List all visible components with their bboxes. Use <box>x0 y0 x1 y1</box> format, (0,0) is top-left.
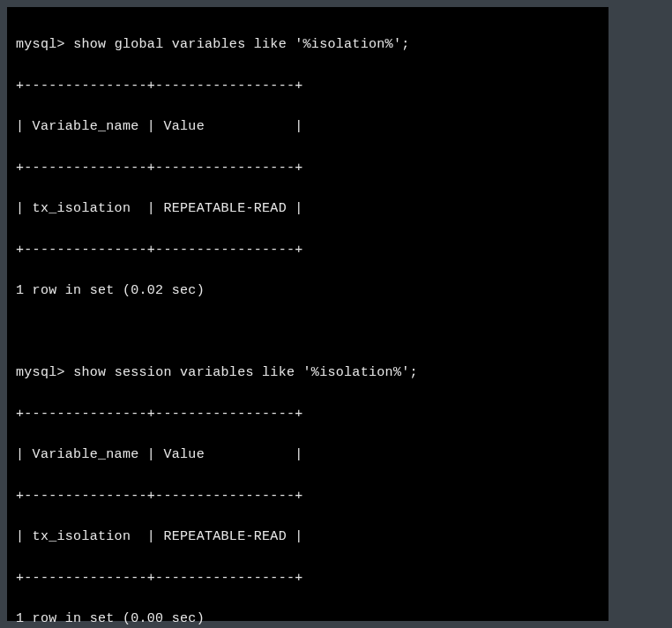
table-row: | tx_isolation | REPEATABLE-READ | <box>16 527 600 547</box>
command-1: show global variables like '%isolation%'… <box>73 37 409 52</box>
result-summary: 1 row in set (0.02 sec) <box>16 280 600 301</box>
result-summary: 1 row in set (0.00 sec) <box>16 609 600 628</box>
mysql-prompt: mysql> <box>16 37 65 52</box>
table-border: +---------------+-----------------+ <box>16 76 600 96</box>
table-header: | Variable_name | Value | <box>16 445 600 465</box>
table-header: | Variable_name | Value | <box>16 116 600 137</box>
table-row: | tx_isolation | REPEATABLE-READ | <box>16 198 600 219</box>
table-border: +---------------+-----------------+ <box>16 568 600 588</box>
table-border: +---------------+-----------------+ <box>16 404 600 424</box>
table-border: +---------------+-----------------+ <box>16 240 600 260</box>
prompt-line-1: mysql> show global variables like '%isol… <box>16 34 600 55</box>
mysql-prompt: mysql> <box>16 365 65 380</box>
table-border: +---------------+-----------------+ <box>16 486 600 506</box>
table-border: +---------------+-----------------+ <box>16 158 600 178</box>
blank-line <box>16 322 600 342</box>
mysql-terminal[interactable]: mysql> show global variables like '%isol… <box>7 7 609 621</box>
prompt-line-2: mysql> show session variables like '%iso… <box>16 363 600 383</box>
command-2: show session variables like '%isolation%… <box>73 365 418 380</box>
